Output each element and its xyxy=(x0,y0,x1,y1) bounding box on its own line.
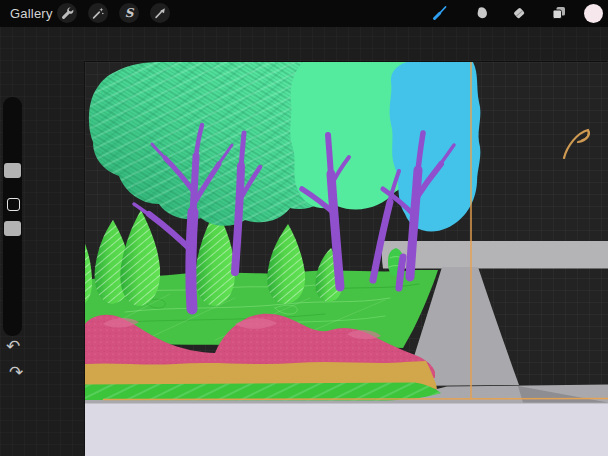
modify-button[interactable] xyxy=(7,198,20,211)
erase-tool-button[interactable] xyxy=(509,3,529,23)
adjustments-button[interactable] xyxy=(88,3,108,23)
gallery-button[interactable]: Gallery xyxy=(10,6,53,21)
wrench-icon xyxy=(60,6,74,20)
layers-icon xyxy=(550,4,568,22)
drawing-canvas[interactable] xyxy=(85,62,608,456)
brush-size-slider[interactable] xyxy=(4,163,21,178)
selection-button[interactable]: S xyxy=(119,3,139,23)
canvas-artwork xyxy=(85,62,608,456)
undo-button[interactable]: ↶ xyxy=(6,338,20,355)
layers-button[interactable] xyxy=(549,3,569,23)
orange-stroke xyxy=(564,130,589,158)
smudge-tool-button[interactable] xyxy=(472,3,492,23)
transform-button[interactable] xyxy=(150,3,170,23)
lawn-strip xyxy=(85,383,441,401)
color-swatch-button[interactable] xyxy=(584,4,603,23)
redo-button[interactable]: ↷ xyxy=(9,364,23,381)
procreate-app: ↶ ↷ Gallery S xyxy=(0,0,608,456)
magic-wand-icon xyxy=(91,6,105,20)
eraser-icon xyxy=(510,4,528,22)
selection-s-icon: S xyxy=(125,7,134,19)
transform-arrow-icon xyxy=(153,6,167,20)
paving-lavender xyxy=(85,404,608,456)
brush-sidebar[interactable] xyxy=(3,97,22,336)
top-toolbar: Gallery S xyxy=(0,0,608,27)
brush-opacity-slider[interactable] xyxy=(4,221,21,236)
paint-tool-button[interactable] xyxy=(430,3,450,23)
smudge-finger-icon xyxy=(473,4,491,22)
paint-brush-icon xyxy=(431,4,449,22)
actions-button[interactable] xyxy=(57,3,77,23)
